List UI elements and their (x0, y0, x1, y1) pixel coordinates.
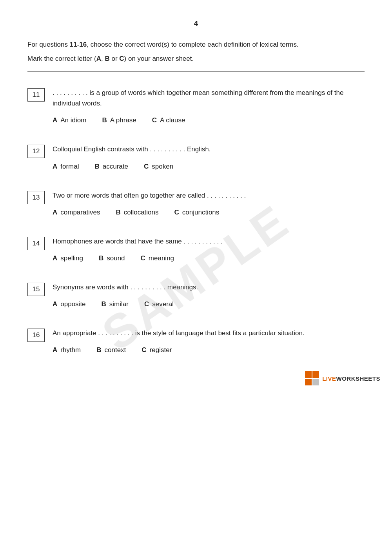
question-text-13: Two or more words that often go together… (53, 190, 365, 201)
question-13: 13Two or more words that often go togeth… (27, 190, 365, 216)
question-text-14: Homophones are words that have the same … (53, 236, 365, 247)
options-row-14: AspellingBsoundCmeaning (53, 254, 365, 262)
option-letter-14-A: A (53, 254, 57, 262)
option-15-C[interactable]: Cseveral (144, 300, 174, 308)
question-16: 16An appropriate . . . . . . . . . . is … (27, 328, 365, 354)
question-text-11: . . . . . . . . . . is a group of words … (53, 87, 365, 109)
option-letter-15-B: B (102, 300, 106, 308)
question-number-14: 14 (27, 237, 45, 250)
logo-live: LIVE (322, 375, 336, 382)
option-13-C[interactable]: Cconjunctions (174, 209, 220, 216)
page-number: 4 (27, 20, 365, 28)
liveworksheets-icon (305, 371, 319, 385)
question-number-13: 13 (27, 191, 45, 204)
svg-rect-0 (305, 371, 312, 378)
option-12-B[interactable]: Baccurate (95, 163, 128, 171)
option-letter-14-B: B (99, 254, 103, 262)
option-14-A[interactable]: Aspelling (53, 254, 83, 262)
option-14-B[interactable]: Bsound (99, 254, 125, 262)
option-11-B[interactable]: BA phrase (102, 116, 136, 124)
logo-worksheets: WORKSHEETS (336, 375, 380, 382)
option-16-A[interactable]: Arhythm (53, 346, 81, 354)
question-11: 11. . . . . . . . . . is a group of word… (27, 87, 365, 124)
option-text-11-A: An idiom (60, 116, 86, 124)
options-row-15: AoppositeBsimilarCseveral (53, 300, 365, 308)
option-text-12-B: accurate (103, 163, 128, 171)
section-divider (27, 71, 365, 72)
question-14: 14Homophones are words that have the sam… (27, 236, 365, 262)
options-row-11: AAn idiomBA phraseCA clause (53, 116, 365, 124)
options-row-13: AcomparativesBcollocationsCconjunctions (53, 209, 365, 216)
option-12-A[interactable]: Aformal (53, 163, 79, 171)
question-text-15: Synonyms are words with . . . . . . . . … (53, 282, 365, 292)
questions-container: 11. . . . . . . . . . is a group of word… (27, 87, 365, 354)
question-content-15: Synonyms are words with . . . . . . . . … (53, 282, 365, 308)
option-letter-15-C: C (144, 300, 149, 308)
option-letter-14-C: C (141, 254, 145, 262)
question-content-13: Two or more words that often go together… (53, 190, 365, 216)
option-text-14-B: sound (107, 254, 125, 262)
option-text-15-C: several (152, 300, 174, 308)
question-12: 12Colloquial English contrasts with . . … (27, 144, 365, 170)
options-row-16: ArhythmBcontextCregister (53, 346, 365, 354)
option-13-A[interactable]: Acomparatives (53, 209, 100, 216)
question-number-15: 15 (27, 283, 45, 296)
instruction-1: For questions 11-16, choose the correct … (27, 40, 365, 50)
option-16-B[interactable]: Bcontext (96, 346, 126, 354)
question-content-14: Homophones are words that have the same … (53, 236, 365, 262)
option-text-16-B: context (105, 346, 126, 354)
option-letter-11-C: C (152, 116, 157, 124)
logo-text: LIVEWORKSHEETS (322, 375, 380, 382)
option-text-15-A: opposite (60, 300, 85, 308)
question-content-11: . . . . . . . . . . is a group of words … (53, 87, 365, 124)
options-row-12: AformalBaccurateCspoken (53, 163, 365, 171)
option-14-C[interactable]: Cmeaning (141, 254, 174, 262)
option-letter-11-A: A (53, 116, 57, 124)
option-text-12-C: spoken (152, 163, 173, 171)
option-letter-13-A: A (53, 209, 57, 216)
option-13-B[interactable]: Bcollocations (116, 209, 158, 216)
option-letter-12-B: B (95, 163, 100, 171)
option-15-A[interactable]: Aopposite (53, 300, 86, 308)
option-11-A[interactable]: AAn idiom (53, 116, 86, 124)
option-text-12-A: formal (60, 163, 79, 171)
option-letter-13-C: C (174, 209, 179, 216)
question-number-16: 16 (27, 329, 45, 342)
option-text-16-C: register (150, 346, 172, 354)
instruction-2: Mark the correct letter (A, B or C) on y… (27, 54, 365, 64)
option-letter-12-A: A (53, 163, 57, 171)
option-letter-16-A: A (53, 346, 57, 354)
option-16-C[interactable]: Cregister (142, 346, 172, 354)
option-text-15-B: similar (109, 300, 129, 308)
option-text-13-B: collocations (124, 209, 159, 216)
liveworksheets-logo: LIVEWORKSHEETS (305, 371, 380, 385)
option-text-14-A: spelling (60, 254, 83, 262)
option-letter-12-C: C (144, 163, 149, 171)
option-letter-16-C: C (142, 346, 146, 354)
option-letter-11-B: B (102, 116, 107, 124)
option-letter-13-B: B (116, 209, 120, 216)
option-text-14-C: meaning (149, 254, 174, 262)
option-text-11-C: A clause (160, 116, 185, 124)
question-number-11: 11 (27, 88, 45, 102)
option-letter-15-A: A (53, 300, 57, 308)
option-11-C[interactable]: CA clause (152, 116, 185, 124)
page-container: 4 For questions 11-16, choose the correc… (0, 0, 392, 397)
question-content-16: An appropriate . . . . . . . . . . is th… (53, 328, 365, 354)
question-number-12: 12 (27, 145, 45, 158)
option-text-13-C: conjunctions (182, 209, 220, 216)
svg-rect-2 (305, 379, 312, 385)
option-text-11-B: A phrase (110, 116, 136, 124)
option-text-13-A: comparatives (60, 209, 100, 216)
option-letter-16-B: B (96, 346, 101, 354)
question-text-12: Colloquial English contrasts with . . . … (53, 144, 365, 154)
question-text-16: An appropriate . . . . . . . . . . is th… (53, 328, 365, 338)
option-15-B[interactable]: Bsimilar (102, 300, 129, 308)
option-text-16-A: rhythm (60, 346, 81, 354)
svg-rect-3 (312, 379, 319, 385)
svg-rect-1 (312, 371, 319, 378)
option-12-C[interactable]: Cspoken (144, 163, 173, 171)
question-15: 15Synonyms are words with . . . . . . . … (27, 282, 365, 308)
question-content-12: Colloquial English contrasts with . . . … (53, 144, 365, 170)
